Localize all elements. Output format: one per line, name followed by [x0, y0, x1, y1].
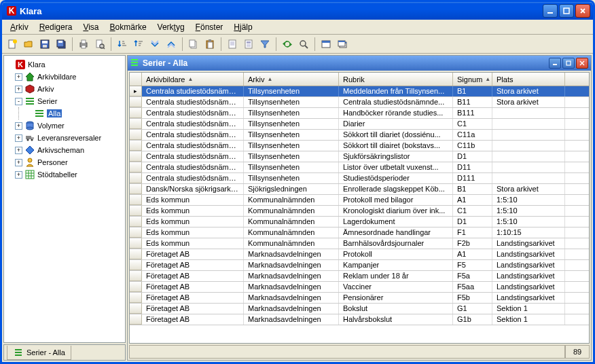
inner-titlebar[interactable]: Serier - Alla — [128, 56, 591, 71]
tree-item[interactable]: +Volymer — [15, 120, 124, 132]
plus-icon[interactable]: + — [15, 147, 22, 154]
table-row[interactable]: Företaget ABMarknadsavdelningenHalvårsbo… — [130, 314, 589, 325]
tree-item[interactable]: +Arkivscheman — [15, 144, 124, 156]
column-header-plats[interactable]: Plats — [492, 73, 565, 86]
refresh-icon[interactable] — [280, 37, 295, 52]
row-handle[interactable] — [130, 184, 142, 194]
inner-minimize-button[interactable] — [549, 58, 561, 69]
tree-item[interactable]: +Leveransreversaler — [15, 132, 124, 144]
plus-icon[interactable]: + — [15, 122, 22, 130]
tree-item[interactable]: +Arkiv — [15, 83, 124, 95]
table-row[interactable]: Företaget ABMarknadsavdelningenPensionär… — [130, 293, 589, 304]
new-icon[interactable] — [5, 37, 20, 52]
data-grid[interactable]: Arkivbildare▲ Arkiv▲ Rubrik Signum▲ Plat… — [129, 72, 590, 344]
row-handle[interactable] — [130, 141, 142, 151]
row-handle[interactable] — [130, 238, 142, 249]
sort-asc-icon[interactable] — [115, 37, 130, 52]
minus-icon[interactable]: - — [15, 98, 22, 105]
filter-icon[interactable] — [257, 37, 272, 52]
row-handle[interactable] — [130, 162, 142, 172]
expand-icon[interactable] — [164, 37, 179, 52]
tree[interactable]: K Klara +Arkivbildare+Arkiv-SerierAlla+V… — [3, 55, 126, 343]
table-row[interactable]: ▸Centrala studiestödsnämndenTillsynsenhe… — [130, 86, 589, 97]
print-icon[interactable] — [76, 37, 91, 52]
grid-corner[interactable] — [130, 73, 142, 86]
table-row[interactable]: Centrala studiestödsnämndenTillsynsenhet… — [130, 119, 589, 130]
bottom-tab[interactable]: Serier - Alla — [7, 346, 71, 360]
table-row[interactable]: Företaget ABMarknadsavdelningenVaccinerF… — [130, 282, 589, 293]
table-row[interactable]: Eds kommunKommunalnämndenKronologiskt di… — [130, 206, 589, 217]
inner-maximize-button[interactable] — [562, 58, 575, 69]
row-handle[interactable] — [130, 206, 142, 216]
print-preview-icon[interactable] — [92, 37, 107, 52]
row-handle[interactable] — [130, 130, 142, 140]
copy-icon[interactable] — [186, 37, 201, 52]
inner-close-button[interactable] — [576, 58, 588, 69]
titlebar[interactable]: K Klara — [2, 2, 593, 20]
row-handle[interactable] — [130, 293, 142, 303]
column-header-rubrik[interactable]: Rubrik — [339, 73, 453, 86]
table-row[interactable]: Centrala studiestödsnämndenTillsynsenhet… — [130, 130, 589, 141]
table-row[interactable]: Dansk/Norska sjökrigsarkivetSjökrigsledn… — [130, 184, 589, 195]
table-row[interactable]: Centrala studiestödsnämndenTillsynsenhet… — [130, 141, 589, 151]
row-handle[interactable] — [130, 173, 142, 183]
column-header-signum[interactable]: Signum▲ — [453, 73, 492, 86]
column-header-arkiv[interactable]: Arkiv▲ — [244, 73, 339, 86]
menu-bokmarke[interactable]: Bokmärke — [105, 21, 152, 33]
menu-arkiv[interactable]: Arkiv — [5, 21, 34, 33]
menu-visa[interactable]: Visa — [77, 21, 104, 33]
table-row[interactable]: Centrala studiestödsnämndenTillsynsenhet… — [130, 173, 589, 184]
table-row[interactable]: Eds kommunKommunalnämndenLagerdokumentD1… — [130, 217, 589, 228]
tree-root[interactable]: K Klara — [5, 58, 124, 71]
row-handle[interactable]: ▸ — [130, 86, 142, 96]
plus-icon[interactable]: + — [15, 159, 22, 166]
table-row[interactable]: Eds kommunKommunalnämndenBarnhälsovårdsj… — [130, 238, 589, 249]
collapse-icon[interactable] — [147, 37, 162, 52]
menu-redigera[interactable]: Redigera — [34, 21, 78, 33]
table-row[interactable]: Eds kommunKommunalnämndenProtokoll med b… — [130, 195, 589, 206]
plus-icon[interactable]: + — [15, 171, 22, 179]
plus-icon[interactable]: + — [15, 73, 22, 81]
window1-icon[interactable] — [319, 37, 333, 52]
table-row[interactable]: Företaget ABMarknadsavdelningenKampanjer… — [130, 260, 589, 271]
table-row[interactable]: Företaget ABMarknadsavdelningenReklam un… — [130, 271, 589, 282]
maximize-button[interactable] — [559, 4, 574, 18]
grid-body[interactable]: ▸Centrala studiestödsnämndenTillsynsenhe… — [130, 86, 589, 343]
open-icon[interactable] — [21, 37, 36, 52]
column-header-arkivbildare[interactable]: Arkivbildare▲ — [142, 73, 244, 86]
row-handle[interactable] — [130, 304, 142, 314]
close-button[interactable] — [575, 4, 590, 18]
row-handle[interactable] — [130, 97, 142, 107]
row-handle[interactable] — [130, 119, 142, 129]
row-handle[interactable] — [130, 195, 142, 205]
row-handle[interactable] — [130, 108, 142, 118]
doc1-icon[interactable] — [225, 37, 240, 52]
menu-fonster[interactable]: Fönster — [190, 21, 229, 33]
save-all-icon[interactable] — [54, 37, 69, 52]
row-handle[interactable] — [130, 151, 142, 162]
tree-item[interactable]: +Personer — [15, 156, 124, 168]
row-handle[interactable] — [130, 249, 142, 259]
tree-item[interactable]: +Stödtabeller — [15, 168, 124, 181]
window2-icon[interactable] — [335, 37, 350, 52]
table-row[interactable]: Centrala studiestödsnämndenTillsynsenhet… — [130, 162, 589, 173]
plus-icon[interactable]: + — [15, 134, 22, 142]
sort-desc-icon[interactable] — [131, 37, 146, 52]
tree-item[interactable]: -Serier — [15, 95, 124, 107]
row-handle[interactable] — [130, 228, 142, 238]
menu-verktyg[interactable]: Verktyg — [152, 21, 190, 33]
table-row[interactable]: Centrala studiestödsnämndenTillsynsenhet… — [130, 151, 589, 162]
table-row[interactable]: Centrala studiestödsnämndenTillsynsenhet… — [130, 97, 589, 108]
save-icon[interactable] — [37, 37, 52, 52]
tree-item[interactable]: +Arkivbildare — [15, 71, 124, 83]
row-handle[interactable] — [130, 314, 142, 325]
menu-hjalp[interactable]: Hjälp — [228, 21, 257, 33]
minimize-button[interactable] — [543, 4, 558, 18]
row-handle[interactable] — [130, 260, 142, 270]
plus-icon[interactable]: + — [15, 86, 22, 93]
tree-item[interactable]: Alla — [24, 107, 124, 120]
row-handle[interactable] — [130, 282, 142, 292]
row-handle[interactable] — [130, 271, 142, 281]
table-row[interactable]: Företaget ABMarknadsavdelningenBokslutG1… — [130, 304, 589, 314]
search-icon[interactable] — [296, 37, 311, 52]
